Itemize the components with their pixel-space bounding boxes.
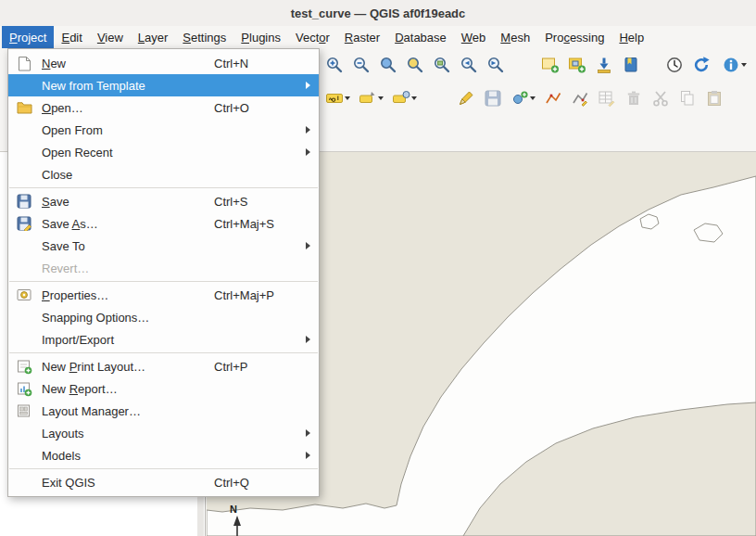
menu-item-label: Save <box>42 195 69 209</box>
menu-item-open-recent[interactable]: Open Recent <box>8 141 319 163</box>
submenu-arrow-icon <box>306 336 310 343</box>
menu-item-save[interactable]: Save Ctrl+S <box>8 190 319 212</box>
menu-vector[interactable]: Vector <box>288 26 337 48</box>
menu-web[interactable]: Web <box>454 26 494 48</box>
menu-item-save-as[interactable]: Save As… Ctrl+Maj+S <box>8 212 319 235</box>
menu-view-label: View <box>97 31 123 45</box>
cut-features-button[interactable] <box>648 86 673 111</box>
menu-help[interactable]: Help <box>611 26 651 48</box>
new-map-view-icon <box>541 56 560 74</box>
zoom-to-selection-button[interactable] <box>402 53 427 78</box>
menu-item-label: Exit QGIS <box>42 476 95 490</box>
menu-view[interactable]: View <box>90 26 131 48</box>
menu-edit-label: Edit <box>61 31 82 45</box>
new-map-view-button[interactable] <box>537 53 562 78</box>
menu-item-label: Revert… <box>42 262 89 275</box>
menu-item-layouts[interactable]: Layouts <box>8 422 319 444</box>
chevron-down-icon <box>530 96 536 100</box>
zoom-next-button[interactable] <box>483 53 508 78</box>
menu-separator <box>9 281 318 282</box>
menu-mesh-label: Mesh <box>500 31 530 45</box>
delete-selected-button[interactable] <box>621 86 646 111</box>
submenu-arrow-icon <box>306 148 310 156</box>
show-bookmarks-button[interactable] <box>618 53 643 78</box>
menu-item-open[interactable]: Open… Ctrl+O <box>8 96 319 119</box>
submenu-arrow-icon <box>306 242 310 249</box>
north-arrow-label: N <box>230 504 237 515</box>
menu-item-shortcut: Ctrl+Maj+P <box>214 288 274 302</box>
paste-features-button[interactable] <box>701 86 726 111</box>
menu-item-snapping-options[interactable]: Snapping Options… <box>8 306 319 328</box>
modify-attributes-button[interactable] <box>594 86 619 111</box>
zoom-in-button[interactable] <box>321 53 346 78</box>
zoom-to-layer-button[interactable] <box>429 53 454 78</box>
zoom-last-button[interactable] <box>456 53 481 78</box>
menu-item-label: Open… <box>42 101 83 115</box>
menu-item-save-to[interactable]: Save To <box>8 235 319 257</box>
menu-processing-label: Processing <box>545 31 604 45</box>
menu-item-open-from[interactable]: Open From <box>8 119 319 141</box>
modify-attributes-icon <box>598 89 616 108</box>
menu-project[interactable]: Project <box>2 26 54 48</box>
menu-item-label: Snapping Options… <box>42 311 149 325</box>
temporal-controller-button[interactable] <box>662 53 687 78</box>
add-feature-button[interactable] <box>507 86 538 111</box>
menu-edit[interactable]: Edit <box>54 26 89 48</box>
zoom-full-button[interactable] <box>375 53 400 78</box>
menu-mesh[interactable]: Mesh <box>493 26 537 48</box>
layout-manager-icon <box>16 402 32 419</box>
menu-item-new-from-template[interactable]: New from Template <box>8 74 319 96</box>
menu-layer[interactable]: Layer <box>131 26 176 48</box>
copy-features-button[interactable] <box>674 86 699 111</box>
new-3d-map-view-button[interactable] <box>564 53 589 78</box>
menu-item-properties[interactable]: Properties… Ctrl+Maj+P <box>8 284 319 306</box>
vertex-tool-all-button[interactable] <box>540 86 565 111</box>
labeling-icon <box>325 89 344 108</box>
show-hidden-labels-icon <box>392 89 410 108</box>
save-layer-edits-button[interactable] <box>480 86 505 111</box>
menu-separator <box>9 468 318 469</box>
vertex-tool-button[interactable] <box>567 86 592 111</box>
menu-item-layout-manager[interactable]: Layout Manager… <box>8 400 319 422</box>
menu-item-label: Open Recent <box>42 146 113 160</box>
delete-selected-icon <box>624 89 643 108</box>
refresh-button[interactable] <box>688 53 713 78</box>
zoom-in-icon <box>325 56 344 74</box>
menu-item-shortcut: Ctrl+O <box>214 101 249 115</box>
menu-item-label: Layout Manager… <box>42 404 141 418</box>
menu-processing[interactable]: Processing <box>537 26 611 48</box>
add-data-button[interactable] <box>591 53 616 78</box>
menu-raster[interactable]: Raster <box>337 26 387 48</box>
show-hidden-labels-button[interactable] <box>388 86 420 111</box>
zoom-out-button[interactable] <box>348 53 373 78</box>
menu-item-new-report[interactable]: New Report… <box>8 377 319 400</box>
menu-item-new-print-layout[interactable]: New Print Layout… Ctrl+P <box>8 355 319 377</box>
chevron-down-icon <box>411 96 417 100</box>
vertex-tool-icon <box>571 89 589 108</box>
zoom-next-icon <box>486 56 505 74</box>
submenu-arrow-icon <box>306 452 310 459</box>
menu-plugins[interactable]: Plugins <box>233 26 288 48</box>
labeling-button[interactable] <box>321 86 353 111</box>
window-title: test_curve — QGIS af0f19eadc <box>291 6 466 20</box>
menu-item-new[interactable]: New Ctrl+N <box>8 52 319 74</box>
menu-settings[interactable]: Settings <box>175 26 233 48</box>
zoom-full-icon <box>379 56 397 74</box>
menu-item-import-export[interactable]: Import/Export <box>8 328 319 351</box>
toggle-editing-button[interactable] <box>453 86 478 111</box>
identify-features-button[interactable] <box>717 53 750 78</box>
vertex-tool-all-icon <box>544 89 562 108</box>
menu-item-models[interactable]: Models <box>8 444 319 466</box>
menu-database[interactable]: Database <box>387 26 454 48</box>
menu-item-close[interactable]: Close <box>8 163 319 185</box>
new-report-icon <box>16 380 32 397</box>
menu-item-exit-qgis[interactable]: Exit QGIS Ctrl+Q <box>8 471 319 493</box>
temporal-controller-icon <box>665 56 684 74</box>
new-3d-map-view-icon <box>568 56 586 74</box>
pin-labels-button[interactable] <box>355 86 386 111</box>
copy-features-icon <box>678 89 697 108</box>
menu-item-label: Close <box>42 168 72 182</box>
menu-item-shortcut: Ctrl+S <box>214 195 247 209</box>
menu-item-revert: Revert… <box>8 257 319 279</box>
menu-item-label: Properties… <box>42 288 108 302</box>
